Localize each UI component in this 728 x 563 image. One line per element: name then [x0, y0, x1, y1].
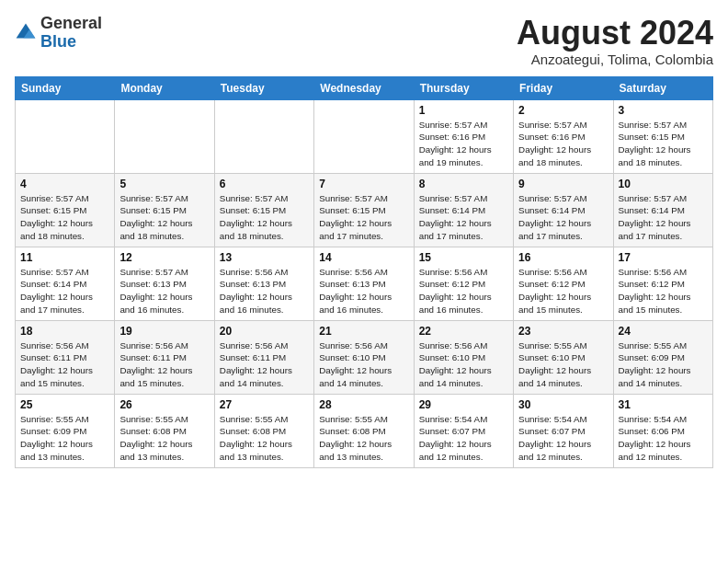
day-info: Sunrise: 5:56 AM Sunset: 6:11 PM Dayligh… [20, 339, 109, 390]
calendar-cell: 12Sunrise: 5:57 AM Sunset: 6:13 PM Dayli… [115, 247, 214, 320]
calendar-cell [115, 99, 214, 173]
day-info: Sunrise: 5:56 AM Sunset: 6:13 PM Dayligh… [220, 266, 309, 316]
calendar-week-row: 11Sunrise: 5:57 AM Sunset: 6:14 PM Dayli… [16, 247, 713, 320]
day-number: 31 [619, 398, 708, 411]
calendar-cell: 10Sunrise: 5:57 AM Sunset: 6:14 PM Dayli… [613, 173, 712, 247]
calendar-cell: 4Sunrise: 5:57 AM Sunset: 6:15 PM Daylig… [16, 173, 115, 247]
day-number: 15 [419, 251, 508, 264]
day-info: Sunrise: 5:57 AM Sunset: 6:16 PM Dayligh… [518, 119, 608, 169]
calendar-cell [314, 99, 414, 173]
day-number: 30 [518, 398, 608, 411]
weekday-header: Monday [115, 76, 214, 99]
day-info: Sunrise: 5:54 AM Sunset: 6:07 PM Dayligh… [518, 413, 608, 464]
calendar-week-row: 18Sunrise: 5:56 AM Sunset: 6:11 PM Dayli… [16, 320, 713, 394]
calendar-cell: 8Sunrise: 5:57 AM Sunset: 6:14 PM Daylig… [414, 173, 513, 247]
day-number: 17 [619, 251, 708, 264]
day-info: Sunrise: 5:54 AM Sunset: 6:07 PM Dayligh… [419, 413, 508, 464]
day-info: Sunrise: 5:55 AM Sunset: 6:10 PM Dayligh… [518, 339, 608, 390]
logo: General Blue [15, 15, 102, 52]
day-info: Sunrise: 5:57 AM Sunset: 6:15 PM Dayligh… [20, 192, 109, 243]
calendar-cell: 3Sunrise: 5:57 AM Sunset: 6:15 PM Daylig… [613, 99, 712, 173]
calendar-cell [16, 99, 115, 173]
day-number: 18 [20, 325, 109, 338]
day-number: 11 [20, 251, 109, 264]
day-number: 9 [518, 178, 608, 190]
day-number: 2 [518, 104, 608, 117]
calendar-cell: 1Sunrise: 5:57 AM Sunset: 6:16 PM Daylig… [414, 99, 513, 173]
day-number: 25 [20, 398, 109, 411]
weekday-header: Wednesday [314, 76, 414, 99]
calendar-cell: 11Sunrise: 5:57 AM Sunset: 6:14 PM Dayli… [16, 247, 115, 320]
calendar-cell: 29Sunrise: 5:54 AM Sunset: 6:07 PM Dayli… [414, 394, 513, 467]
weekday-header: Tuesday [214, 76, 313, 99]
day-number: 23 [518, 325, 608, 338]
calendar-cell: 17Sunrise: 5:56 AM Sunset: 6:12 PM Dayli… [613, 247, 712, 320]
day-info: Sunrise: 5:56 AM Sunset: 6:11 PM Dayligh… [119, 339, 209, 390]
calendar-cell [214, 99, 313, 173]
day-number: 7 [319, 178, 408, 190]
weekday-header: Saturday [613, 76, 712, 99]
day-info: Sunrise: 5:57 AM Sunset: 6:14 PM Dayligh… [619, 192, 708, 243]
calendar-cell: 16Sunrise: 5:56 AM Sunset: 6:12 PM Dayli… [514, 247, 613, 320]
day-number: 13 [220, 251, 309, 264]
calendar-cell: 2Sunrise: 5:57 AM Sunset: 6:16 PM Daylig… [514, 99, 613, 173]
calendar-cell: 23Sunrise: 5:55 AM Sunset: 6:10 PM Dayli… [514, 320, 613, 394]
day-info: Sunrise: 5:56 AM Sunset: 6:13 PM Dayligh… [319, 266, 408, 316]
day-info: Sunrise: 5:54 AM Sunset: 6:06 PM Dayligh… [619, 413, 708, 464]
day-number: 21 [319, 325, 408, 338]
calendar-week-row: 1Sunrise: 5:57 AM Sunset: 6:16 PM Daylig… [16, 99, 713, 173]
day-number: 27 [220, 398, 309, 411]
calendar-week-row: 25Sunrise: 5:55 AM Sunset: 6:09 PM Dayli… [16, 394, 713, 467]
day-info: Sunrise: 5:56 AM Sunset: 6:11 PM Dayligh… [220, 339, 309, 390]
calendar-cell: 7Sunrise: 5:57 AM Sunset: 6:15 PM Daylig… [314, 173, 414, 247]
calendar-cell: 28Sunrise: 5:55 AM Sunset: 6:08 PM Dayli… [314, 394, 414, 467]
calendar-cell: 22Sunrise: 5:56 AM Sunset: 6:10 PM Dayli… [414, 320, 513, 394]
calendar-cell: 26Sunrise: 5:55 AM Sunset: 6:08 PM Dayli… [115, 394, 214, 467]
calendar-cell: 5Sunrise: 5:57 AM Sunset: 6:15 PM Daylig… [115, 173, 214, 247]
calendar-header-row: SundayMondayTuesdayWednesdayThursdayFrid… [16, 76, 713, 99]
day-info: Sunrise: 5:55 AM Sunset: 6:08 PM Dayligh… [319, 413, 408, 464]
day-number: 4 [20, 178, 109, 190]
calendar-cell: 9Sunrise: 5:57 AM Sunset: 6:14 PM Daylig… [514, 173, 613, 247]
day-info: Sunrise: 5:55 AM Sunset: 6:08 PM Dayligh… [220, 413, 309, 464]
calendar-cell: 14Sunrise: 5:56 AM Sunset: 6:13 PM Dayli… [314, 247, 414, 320]
day-info: Sunrise: 5:55 AM Sunset: 6:09 PM Dayligh… [619, 339, 708, 390]
day-info: Sunrise: 5:57 AM Sunset: 6:16 PM Dayligh… [419, 119, 508, 169]
day-number: 16 [518, 251, 608, 264]
day-info: Sunrise: 5:56 AM Sunset: 6:12 PM Dayligh… [518, 266, 608, 316]
day-number: 6 [220, 178, 309, 190]
day-number: 28 [319, 398, 408, 411]
calendar-cell: 19Sunrise: 5:56 AM Sunset: 6:11 PM Dayli… [115, 320, 214, 394]
page-header: General Blue August 2024 Anzoategui, Tol… [15, 15, 713, 67]
day-number: 14 [319, 251, 408, 264]
day-number: 10 [619, 178, 708, 190]
day-info: Sunrise: 5:56 AM Sunset: 6:10 PM Dayligh… [419, 339, 508, 390]
calendar-cell: 6Sunrise: 5:57 AM Sunset: 6:15 PM Daylig… [214, 173, 313, 247]
logo-icon [15, 22, 37, 44]
day-info: Sunrise: 5:56 AM Sunset: 6:12 PM Dayligh… [419, 266, 508, 316]
day-info: Sunrise: 5:57 AM Sunset: 6:15 PM Dayligh… [619, 119, 708, 169]
day-info: Sunrise: 5:57 AM Sunset: 6:15 PM Dayligh… [319, 192, 408, 243]
day-info: Sunrise: 5:55 AM Sunset: 6:09 PM Dayligh… [20, 413, 109, 464]
day-info: Sunrise: 5:57 AM Sunset: 6:15 PM Dayligh… [220, 192, 309, 243]
day-info: Sunrise: 5:56 AM Sunset: 6:12 PM Dayligh… [619, 266, 708, 316]
calendar-cell: 25Sunrise: 5:55 AM Sunset: 6:09 PM Dayli… [16, 394, 115, 467]
location-subtitle: Anzoategui, Tolima, Colombia [517, 52, 713, 67]
calendar-cell: 24Sunrise: 5:55 AM Sunset: 6:09 PM Dayli… [613, 320, 712, 394]
day-number: 24 [619, 325, 708, 338]
calendar-cell: 13Sunrise: 5:56 AM Sunset: 6:13 PM Dayli… [214, 247, 313, 320]
day-number: 29 [419, 398, 508, 411]
day-number: 3 [619, 104, 708, 117]
day-info: Sunrise: 5:57 AM Sunset: 6:13 PM Dayligh… [119, 266, 209, 316]
weekday-header: Friday [514, 76, 613, 99]
day-info: Sunrise: 5:57 AM Sunset: 6:15 PM Dayligh… [119, 192, 209, 243]
calendar-cell: 18Sunrise: 5:56 AM Sunset: 6:11 PM Dayli… [16, 320, 115, 394]
calendar-cell: 31Sunrise: 5:54 AM Sunset: 6:06 PM Dayli… [613, 394, 712, 467]
day-number: 12 [119, 251, 209, 264]
logo-blue-text: Blue [40, 32, 76, 51]
calendar-table: SundayMondayTuesdayWednesdayThursdayFrid… [15, 76, 713, 468]
calendar-cell: 27Sunrise: 5:55 AM Sunset: 6:08 PM Dayli… [214, 394, 313, 467]
day-number: 22 [419, 325, 508, 338]
calendar-cell: 30Sunrise: 5:54 AM Sunset: 6:07 PM Dayli… [514, 394, 613, 467]
day-number: 20 [220, 325, 309, 338]
